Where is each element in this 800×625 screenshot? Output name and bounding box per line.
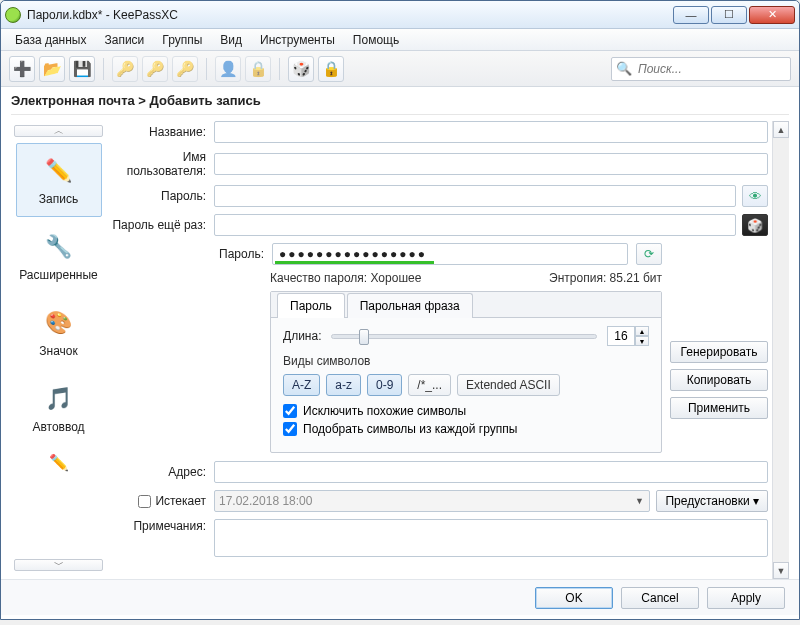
dialog-footer: OK Cancel Apply xyxy=(1,579,799,615)
toggle-extended[interactable]: Extended ASCII xyxy=(457,374,560,396)
save-db-button[interactable]: 💾 xyxy=(69,56,95,82)
pencil-icon: ✏️ xyxy=(42,154,76,188)
eye-icon: 👁 xyxy=(749,189,762,204)
password-repeat-label: Пароль ещё раз: xyxy=(106,218,214,232)
generate-password-button[interactable]: 🎲 xyxy=(742,214,768,236)
search-icon: 🔍 xyxy=(616,61,632,76)
password-field[interactable] xyxy=(214,185,736,207)
exclude-lookalike-check[interactable] xyxy=(283,404,297,418)
url-field[interactable] xyxy=(214,461,768,483)
sidebar-item-icon[interactable]: 🎨 Значок xyxy=(16,295,102,369)
tab-password[interactable]: Пароль xyxy=(277,293,345,318)
maximize-button[interactable]: ☐ xyxy=(711,6,747,24)
expires-check[interactable] xyxy=(138,495,151,508)
sidebar-item-autotype[interactable]: 🎵 Автоввод xyxy=(16,371,102,445)
gen-password-label: Пароль: xyxy=(214,247,264,261)
username-field[interactable] xyxy=(214,153,768,175)
menu-bar: База данных Записи Группы Вид Инструмент… xyxy=(1,29,799,51)
copy-user-button[interactable]: 👤 xyxy=(215,56,241,82)
scroll-up[interactable]: ▲ xyxy=(773,121,789,138)
entry-form: Название: Имя пользователя: Пароль: 👁 Па… xyxy=(106,121,772,579)
search-box[interactable]: 🔍 xyxy=(611,57,791,81)
category-sidebar: ︿ ✏️ Запись 🔧 Расширенные 🎨 Значок 🎵 Авт… xyxy=(11,121,106,579)
apply-button[interactable]: Apply xyxy=(707,587,785,609)
menu-tools[interactable]: Инструменты xyxy=(252,31,343,49)
toggle-upper[interactable]: A-Z xyxy=(283,374,320,396)
menu-groups[interactable]: Группы xyxy=(154,31,210,49)
edit-entry-button[interactable]: 🔑 xyxy=(142,56,168,82)
sidebar-item-entry[interactable]: ✏️ Запись xyxy=(16,143,102,217)
new-db-button[interactable]: ➕ xyxy=(9,56,35,82)
entropy-label: Энтропия: 85.21 бит xyxy=(549,271,662,285)
palette-icon: 🎨 xyxy=(42,306,76,340)
menu-help[interactable]: Помощь xyxy=(345,31,407,49)
every-group-check[interactable] xyxy=(283,422,297,436)
search-input[interactable] xyxy=(638,62,789,76)
length-up[interactable]: ▲ xyxy=(635,326,649,336)
menu-view[interactable]: Вид xyxy=(212,31,250,49)
menu-database[interactable]: База данных xyxy=(7,31,94,49)
notes-field[interactable] xyxy=(214,519,768,557)
username-label: Имя пользователя: xyxy=(106,150,214,178)
new-entry-button[interactable]: 🔑 xyxy=(112,56,138,82)
length-input[interactable] xyxy=(607,326,635,346)
scroll-down[interactable]: ▼ xyxy=(773,562,789,579)
tab-passphrase[interactable]: Парольная фраза xyxy=(347,293,473,318)
url-label: Адрес: xyxy=(106,465,214,479)
charset-title: Виды символов xyxy=(283,354,649,368)
title-label: Название: xyxy=(106,125,214,139)
autotype-icon: 🎵 xyxy=(42,382,76,416)
apply-gen-button[interactable]: Применить xyxy=(670,397,768,419)
expires-label: Истекает xyxy=(155,494,206,508)
every-group-label: Подобрать символы из каждой группы xyxy=(303,422,517,436)
wrench-icon: 🔧 xyxy=(42,230,76,264)
password-label: Пароль: xyxy=(106,189,214,203)
title-field[interactable] xyxy=(214,121,768,143)
copy-pass-button[interactable]: 🔒 xyxy=(245,56,271,82)
chevron-down-icon: ▼ xyxy=(631,491,647,511)
pencil-icon: ✏️ xyxy=(42,452,76,472)
toggle-digits[interactable]: 0-9 xyxy=(367,374,402,396)
generate-button[interactable]: Генерировать xyxy=(670,341,768,363)
generated-password-field[interactable]: ●●●●●●●●●●●●●●●● xyxy=(272,243,628,265)
ok-button[interactable]: OK xyxy=(535,587,613,609)
sidebar-scroll-down[interactable]: ﹀ xyxy=(14,559,103,571)
close-button[interactable]: ✕ xyxy=(749,6,795,24)
show-password-button[interactable]: 👁 xyxy=(742,185,768,207)
sidebar-item-advanced[interactable]: 🔧 Расширенные xyxy=(16,219,102,293)
length-down[interactable]: ▼ xyxy=(635,336,649,346)
copy-button[interactable]: Копировать xyxy=(670,369,768,391)
toggle-lower[interactable]: a-z xyxy=(326,374,361,396)
regenerate-button[interactable]: ⟳ xyxy=(636,243,662,265)
delete-entry-button[interactable]: 🔑 xyxy=(172,56,198,82)
vertical-scrollbar[interactable]: ▲ ▼ xyxy=(772,121,789,579)
refresh-icon: ⟳ xyxy=(644,247,654,261)
expires-field[interactable]: 17.02.2018 18:00 ▼ xyxy=(214,490,650,512)
toggle-special[interactable]: /*_... xyxy=(408,374,451,396)
dice-icon: 🎲 xyxy=(747,218,763,233)
notes-label: Примечания: xyxy=(106,519,214,533)
quality-label: Качество пароля: Хорошее xyxy=(270,271,421,285)
strength-bar xyxy=(275,261,434,264)
generator-button[interactable]: 🎲 xyxy=(288,56,314,82)
password-repeat-field[interactable] xyxy=(214,214,736,236)
length-label: Длина: xyxy=(283,329,321,343)
presets-button[interactable]: Предустановки ▾ xyxy=(656,490,768,512)
lock-button[interactable]: 🔒 xyxy=(318,56,344,82)
sidebar-item-more[interactable]: ✏️ xyxy=(16,447,102,477)
sidebar-scroll-up[interactable]: ︿ xyxy=(14,125,103,137)
app-icon xyxy=(5,7,21,23)
toolbar: ➕ 📂 💾 🔑 🔑 🔑 👤 🔒 🎲 🔒 🔍 xyxy=(1,51,799,87)
length-slider[interactable] xyxy=(331,334,597,339)
titlebar: Пароли.kdbx* - KeePassXC — ☐ ✕ xyxy=(1,1,799,29)
window-title: Пароли.kdbx* - KeePassXC xyxy=(27,8,178,22)
exclude-lookalike-label: Исключить похожие символы xyxy=(303,404,466,418)
breadcrumb: Электронная почта > Добавить запись xyxy=(11,93,261,108)
cancel-button[interactable]: Cancel xyxy=(621,587,699,609)
open-db-button[interactable]: 📂 xyxy=(39,56,65,82)
menu-entries[interactable]: Записи xyxy=(96,31,152,49)
minimize-button[interactable]: — xyxy=(673,6,709,24)
